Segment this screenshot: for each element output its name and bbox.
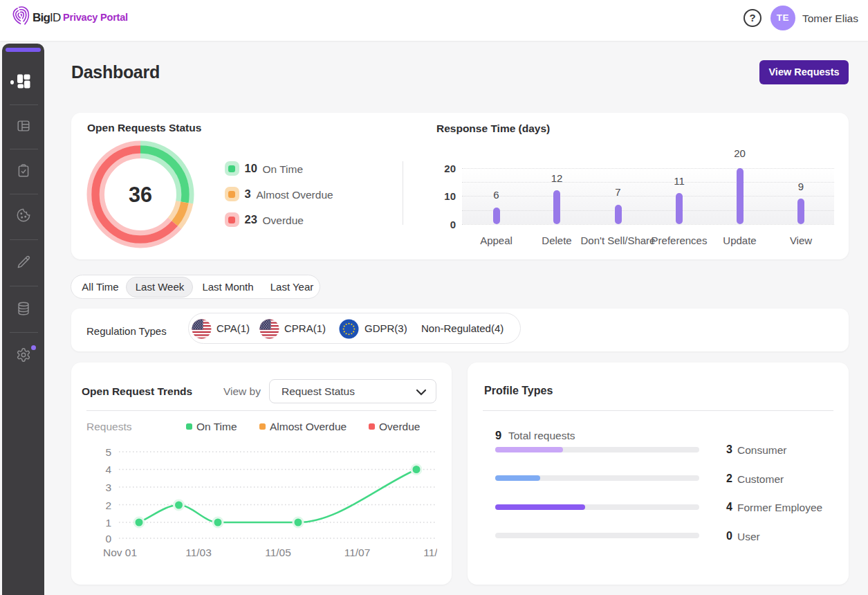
svg-text:11/05: 11/05 <box>265 547 291 558</box>
svg-text:11/07: 11/07 <box>344 547 371 558</box>
svg-text:Nov 01: Nov 01 <box>103 547 137 558</box>
svg-text:11/03: 11/03 <box>185 547 212 558</box>
svg-text:36: 36 <box>129 183 152 206</box>
svg-text:11/09: 11/09 <box>423 547 437 558</box>
